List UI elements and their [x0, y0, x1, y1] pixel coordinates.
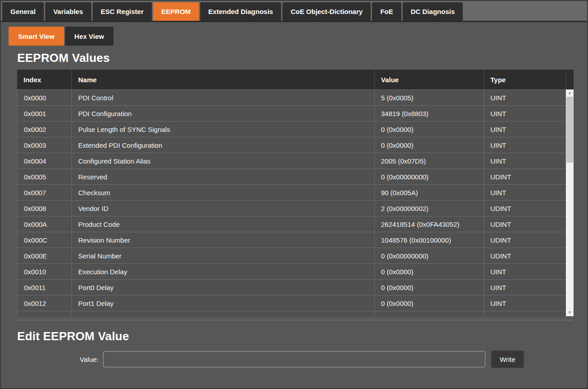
tab-foe[interactable]: FoE [372, 2, 401, 21]
cell-value: 0 (0x00000000) [375, 169, 484, 185]
cell-index: 0x0013 [18, 311, 72, 317]
tab-variables[interactable]: Variables [45, 2, 91, 21]
cell-value: 0 (0x0000) [375, 264, 484, 280]
table-row[interactable]: 0x0001PDI Configuration34819 (0x8803)UIN… [18, 106, 566, 122]
table-row[interactable]: 0x000ESerial Number0 (0x00000000)UDINT [18, 248, 566, 264]
scrollbar-thumb[interactable] [566, 97, 573, 163]
cell-name: PDI Configuration [72, 106, 375, 122]
tab-general[interactable]: General [2, 2, 44, 21]
cell-type: UINT [484, 90, 566, 106]
table-row[interactable]: 0x000CRevision Number1048576 (0x00100000… [18, 232, 566, 248]
table-row[interactable]: 0x0010Execution Delay0 (0x0000)UINT [18, 264, 566, 280]
eeprom-table-body: 0x0000PDI Control5 (0x0005)UINT0x0001PDI… [18, 90, 566, 317]
scrollbar-up-icon[interactable]: ▲ [566, 90, 574, 96]
table-row[interactable]: 0x0013Reserved0 (0x0000)UINT [18, 311, 566, 317]
table-row[interactable]: 0x0012Port1 Delay0 (0x0000)UINT [18, 295, 566, 311]
tab-coe-object-dictionary[interactable]: CoE Object-Dictionary [282, 2, 371, 21]
cell-type: UINT [484, 153, 566, 169]
cell-index: 0x0000 [18, 90, 72, 106]
cell-name: Port0 Delay [72, 280, 375, 295]
cell-type: UDINT [484, 232, 566, 248]
cell-name: Reserved [72, 311, 375, 317]
table-viewport: 0x0000PDI Control5 (0x0005)UINT0x0001PDI… [17, 89, 566, 316]
cell-value: 5 (0x0005) [375, 90, 484, 106]
cell-value: 34819 (0x8803) [375, 106, 484, 122]
tab-extended-diagnosis[interactable]: Extended Diagnosis [200, 2, 281, 21]
edit-eeprom-title: Edit EEPROM Value [17, 329, 587, 343]
cell-index: 0x0007 [18, 185, 72, 201]
tab-dc-diagnosis[interactable]: DC Diagnosis [403, 2, 463, 21]
cell-type: UINT [484, 280, 566, 295]
scrollbar-down-icon[interactable]: ▼ [566, 309, 574, 316]
table-row[interactable]: 0x0000PDI Control5 (0x0005)UINT [18, 90, 566, 106]
table-row[interactable]: 0x0005Reserved0 (0x00000000)UDINT [18, 169, 566, 185]
table-row[interactable]: 0x0003Extended PDI Configuration0 (0x000… [18, 137, 566, 153]
subtab-smart-view[interactable]: Smart View [9, 27, 64, 46]
table-row[interactable]: 0x0008Vendor ID2 (0x00000002)UDINT [18, 201, 566, 216]
cell-name: Product Code [72, 216, 375, 232]
table-row[interactable]: 0x0002Pulse Length of SYNC Signals0 (0x0… [18, 122, 566, 137]
cell-name: Revision Number [72, 232, 375, 248]
write-button[interactable]: Write [491, 351, 524, 368]
cell-value: 262418514 (0x0FA43052) [375, 216, 484, 232]
cell-index: 0x0005 [18, 169, 72, 185]
eeprom-table: Index Name Value Type 0x0000PDI Control5… [17, 70, 574, 316]
column-header-filler [566, 70, 574, 89]
column-header-name: Name [71, 70, 374, 89]
table-row[interactable]: 0x0011Port0 Delay0 (0x0000)UINT [18, 280, 566, 295]
table-header-row: Index Name Value Type [17, 70, 574, 89]
cell-index: 0x0002 [18, 122, 72, 137]
cell-value: 2 (0x00000002) [375, 201, 484, 216]
cell-type: UINT [484, 122, 566, 137]
column-header-value: Value [374, 70, 484, 89]
column-header-index: Index [17, 70, 71, 89]
cell-type: UDINT [484, 201, 566, 216]
tab-eeprom[interactable]: EEPROM [153, 2, 199, 21]
app-window: GeneralVariablesESC RegisterEEPROMExtend… [0, 0, 588, 389]
cell-name: Vendor ID [72, 201, 375, 216]
section-divider [17, 320, 573, 320]
cell-type: UDINT [484, 216, 566, 232]
table-row[interactable]: 0x0007Checksum90 (0x005A)UINT [18, 185, 566, 201]
cell-type: UDINT [484, 248, 566, 264]
cell-name: Pulse Length of SYNC Signals [72, 122, 375, 137]
cell-type: UINT [484, 185, 566, 201]
cell-value: 0 (0x0000) [375, 295, 484, 311]
table-row[interactable]: 0x0004Configured Station Alias2005 (0x07… [18, 153, 566, 169]
cell-value: 0 (0x0000) [375, 311, 484, 317]
table-scrollbar[interactable]: ▲ ▼ [566, 89, 574, 316]
cell-index: 0x0003 [18, 137, 72, 153]
value-label: Value: [17, 356, 103, 363]
cell-value: 2005 (0x07D5) [375, 153, 484, 169]
cell-index: 0x000E [18, 248, 72, 264]
cell-value: 1048576 (0x00100000) [375, 232, 484, 248]
cell-name: Port1 Delay [72, 295, 375, 311]
cell-index: 0x000A [18, 216, 72, 232]
subtab-hex-view[interactable]: Hex View [65, 27, 114, 46]
main-tabbar: GeneralVariablesESC RegisterEEPROMExtend… [1, 1, 587, 22]
cell-name: Configured Station Alias [72, 153, 375, 169]
cell-index: 0x0011 [18, 280, 72, 295]
cell-index: 0x0008 [18, 201, 72, 216]
cell-type: UINT [484, 137, 566, 153]
cell-name: PDI Control [72, 90, 375, 106]
cell-name: Extended PDI Configuration [72, 137, 375, 153]
view-subtabs: Smart ViewHex View [9, 27, 587, 46]
cell-value: 0 (0x0000) [375, 280, 484, 295]
cell-index: 0x0010 [18, 264, 72, 280]
cell-index: 0x000C [18, 232, 72, 248]
value-input[interactable] [103, 351, 485, 367]
cell-index: 0x0001 [18, 106, 72, 122]
cell-type: UDINT [484, 169, 566, 185]
cell-value: 0 (0x0000) [375, 122, 484, 137]
cell-type: UINT [484, 264, 566, 280]
cell-name: Serial Number [72, 248, 375, 264]
eeprom-values-title: EEPROM Values [17, 51, 587, 65]
cell-value: 0 (0x00000000) [375, 248, 484, 264]
column-header-type: Type [484, 70, 566, 89]
cell-value: 0 (0x0000) [375, 137, 484, 153]
cell-name: Checksum [72, 185, 375, 201]
tab-esc-register[interactable]: ESC Register [93, 2, 152, 21]
table-row[interactable]: 0x000AProduct Code262418514 (0x0FA43052)… [18, 216, 566, 232]
cell-type: UINT [484, 106, 566, 122]
